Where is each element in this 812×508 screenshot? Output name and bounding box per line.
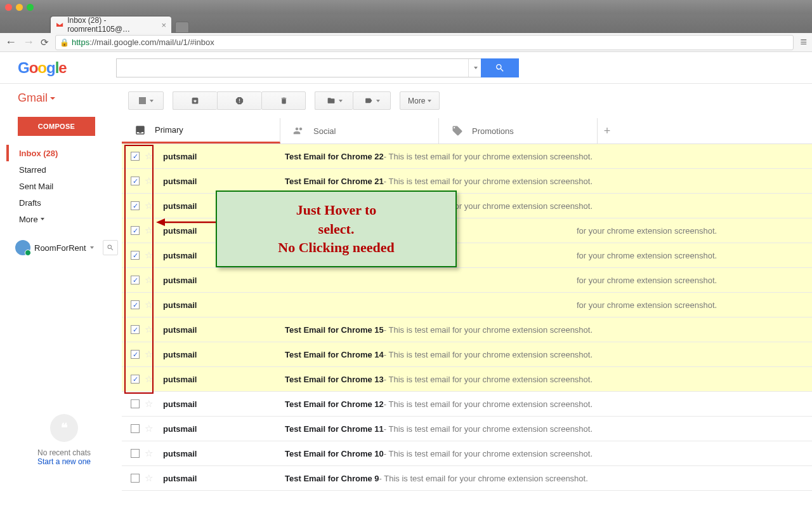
annotation-callout: Just Hover to select. No Clicking needed <box>216 190 457 267</box>
star-icon[interactable]: ☆ <box>145 349 153 360</box>
email-checkbox[interactable]: ✓ <box>131 276 140 284</box>
sidebar-item-inbox-[interactable]: Inbox (28) <box>6 145 122 161</box>
email-checkbox[interactable] <box>131 424 140 433</box>
tab-primary[interactable]: Primary <box>122 118 280 144</box>
window-maximize-button[interactable] <box>27 4 34 11</box>
star-icon[interactable]: ☆ <box>145 324 153 335</box>
star-icon[interactable]: ☆ <box>145 299 153 311</box>
hangouts-icon[interactable]: ❝ <box>50 414 78 442</box>
chat-search-button[interactable] <box>103 240 118 255</box>
annotation-line3: No Clicking needed <box>235 238 438 257</box>
sidebar-item-starred[interactable]: Starred <box>6 161 122 178</box>
star-icon[interactable]: ☆ <box>145 175 153 187</box>
email-row[interactable]: ☆putsmailTest Email for Chrome 12 - This… <box>122 392 812 417</box>
chat-user-row[interactable]: RoomForRent <box>6 240 122 255</box>
compose-button[interactable]: COMPOSE <box>18 117 95 136</box>
email-snippet: - This is test email for your chrome ext… <box>384 424 593 434</box>
email-row[interactable]: ☆putsmailTest Email for Chrome 10 - This… <box>122 441 812 466</box>
email-row[interactable]: ☆putsmailTest Email for Chrome 9 - This … <box>122 466 812 491</box>
search-field[interactable] <box>117 63 468 73</box>
sidebar-item-drafts[interactable]: Drafts <box>6 194 122 211</box>
star-icon[interactable]: ☆ <box>145 448 153 459</box>
sidebar-item-more[interactable]: More <box>6 211 122 227</box>
search-dropdown-icon[interactable] <box>468 59 481 77</box>
email-checkbox[interactable]: ✓ <box>131 201 140 210</box>
sidebar-item-sent-mail[interactable]: Sent Mail <box>6 178 122 194</box>
gmail-favicon-icon <box>56 20 63 29</box>
email-sender: putsmail <box>163 325 285 335</box>
email-checkbox[interactable] <box>131 449 140 458</box>
email-subject: Test Email for Chrome 11 <box>285 424 384 434</box>
start-new-chat-link[interactable]: Start a new one <box>37 457 91 466</box>
chat-caret-icon[interactable] <box>90 246 94 249</box>
tab-social[interactable]: Social <box>280 118 439 144</box>
window-minimize-button[interactable] <box>16 4 23 11</box>
browser-menu-icon[interactable]: ≡ <box>800 36 807 49</box>
email-checkbox[interactable] <box>131 399 140 408</box>
email-subject: Test Email for Chrome 13 <box>285 375 384 384</box>
email-checkbox[interactable]: ✓ <box>131 300 140 309</box>
nav-forward-button[interactable]: → <box>23 36 34 49</box>
star-icon[interactable]: ☆ <box>145 373 153 385</box>
tab-promotions[interactable]: Promotions <box>439 118 598 144</box>
email-checkbox[interactable] <box>131 474 140 483</box>
search-button[interactable] <box>481 58 519 77</box>
star-icon[interactable]: ☆ <box>145 250 153 261</box>
svg-marker-1 <box>156 218 165 226</box>
folder-icon <box>326 97 336 105</box>
email-checkbox[interactable]: ✓ <box>131 375 140 384</box>
address-bar[interactable]: 🔒 https://mail.google.com/mail/u/1/#inbo… <box>55 35 794 50</box>
email-snippet: - This is test email for your chrome ext… <box>384 152 593 161</box>
email-snippet: - This is test email for your chrome ext… <box>384 375 593 384</box>
email-checkbox[interactable]: ✓ <box>131 251 140 260</box>
nav-back-button[interactable]: ← <box>5 36 16 49</box>
labels-button[interactable] <box>353 91 391 110</box>
browser-titlebar <box>0 0 812 14</box>
search-input[interactable] <box>116 58 481 77</box>
window-close-button[interactable] <box>5 4 12 11</box>
email-checkbox[interactable]: ✓ <box>131 177 140 185</box>
email-sender: putsmail <box>163 152 285 161</box>
email-row[interactable]: ✓☆putsmailTest Email for Chrome 14 - Thi… <box>122 342 812 367</box>
add-tab-button[interactable]: + <box>598 118 617 144</box>
email-sender: putsmail <box>163 300 285 310</box>
browser-tab-title: Inbox (28) - roomrent1105@… <box>67 16 157 34</box>
star-icon[interactable]: ☆ <box>145 398 153 410</box>
email-checkbox[interactable]: ✓ <box>131 152 140 161</box>
star-icon[interactable]: ☆ <box>145 200 153 211</box>
email-snippet: - This is test email for your chrome ext… <box>384 399 593 409</box>
browser-tabstrip: Inbox (28) - roomrent1105@… × <box>0 14 812 33</box>
spam-button[interactable] <box>217 91 261 110</box>
email-row[interactable]: ✓☆putsmailTest Email for Chrome 15 - Thi… <box>122 318 812 342</box>
annotation-line1: Just Hover to <box>235 201 438 220</box>
email-checkbox[interactable]: ✓ <box>131 350 140 359</box>
google-logo[interactable]: Google <box>18 59 67 77</box>
delete-button[interactable] <box>261 91 306 110</box>
star-icon[interactable]: ☆ <box>145 150 153 162</box>
browser-tab[interactable]: Inbox (28) - roomrent1105@… × <box>51 17 171 33</box>
star-icon[interactable]: ☆ <box>145 274 153 286</box>
gmail-dropdown[interactable]: Gmail <box>18 91 128 105</box>
star-icon[interactable]: ☆ <box>145 472 153 484</box>
chat-username: RoomForRent <box>34 243 86 253</box>
email-row[interactable]: ✓☆putsmail for your chrome extension scr… <box>122 268 812 293</box>
email-checkbox[interactable]: ✓ <box>131 325 140 334</box>
email-checkbox[interactable]: ✓ <box>131 226 140 235</box>
lock-icon: 🔒 <box>60 38 69 47</box>
email-row[interactable]: ✓☆putsmail for your chrome extension scr… <box>122 293 812 318</box>
email-row[interactable]: ☆putsmailTest Email for Chrome 11 - This… <box>122 417 812 441</box>
reload-button[interactable]: ⟳ <box>41 37 49 48</box>
select-all-button[interactable] <box>128 91 164 110</box>
archive-button[interactable] <box>173 91 217 110</box>
email-row[interactable]: ✓☆putsmailTest Email for Chrome 22 - Thi… <box>122 144 812 169</box>
trash-icon <box>280 96 288 105</box>
star-icon[interactable]: ☆ <box>145 225 153 236</box>
more-button[interactable]: More <box>400 91 440 110</box>
url-path: ://mail.google.com/mail/u/1/#inbox <box>89 37 214 47</box>
star-icon[interactable]: ☆ <box>145 423 153 434</box>
tab-close-icon[interactable]: × <box>161 20 166 30</box>
no-chats-label: No recent chats <box>37 448 91 457</box>
move-to-button[interactable] <box>315 91 353 110</box>
email-row[interactable]: ✓☆putsmailTest Email for Chrome 13 - Thi… <box>122 367 812 392</box>
new-tab-button[interactable] <box>175 22 189 33</box>
